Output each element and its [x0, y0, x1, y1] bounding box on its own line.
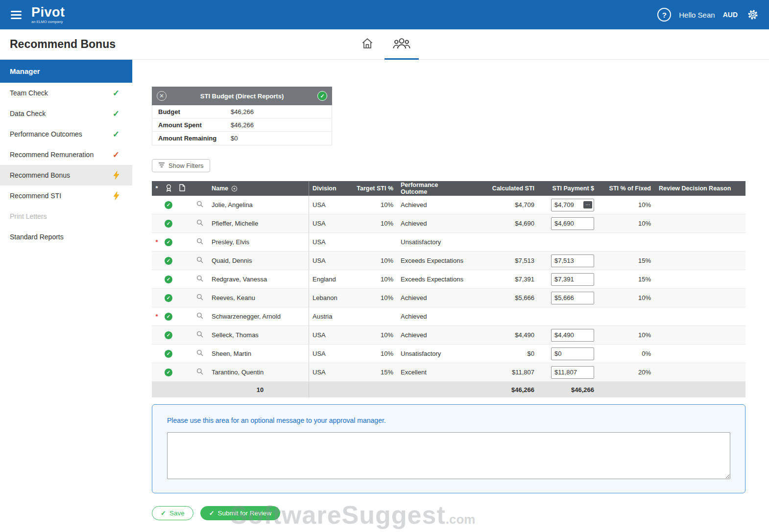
save-button[interactable]: ✓ Save: [152, 506, 193, 520]
search-icon[interactable]: [196, 312, 204, 321]
target-sti-cell: 15%: [356, 369, 396, 376]
target-sti-column-header[interactable]: Target STI %: [356, 185, 396, 192]
row-status-check-icon: ✓: [165, 257, 172, 265]
sti-pct-fixed-cell: 10%: [597, 201, 655, 208]
search-icon[interactable]: [196, 368, 204, 377]
approval-message-textarea[interactable]: [167, 432, 730, 479]
currency-selector[interactable]: AUD: [723, 11, 738, 19]
target-sti-cell: 10%: [356, 294, 396, 301]
performance-outcome-cell: Exceeds Expectations: [396, 257, 465, 264]
table-row: ✓ Selleck, Thomas USA 10% Achieved $4,49…: [152, 326, 745, 345]
page-header: Recommend Bonus: [0, 29, 769, 60]
brand-subtitle: an ELMO company: [31, 20, 65, 24]
sidebar-item-recommend-sti[interactable]: Recommend STI: [0, 185, 132, 206]
search-icon[interactable]: [196, 256, 204, 265]
document-column-header: [175, 184, 189, 193]
row-status-check-icon: ✓: [165, 238, 172, 246]
search-icon[interactable]: [196, 275, 204, 284]
target-sti-cell: 10%: [356, 201, 396, 208]
table-row: ✓ Sheen, Martin USA 10% Unsatisfactory $…: [152, 345, 745, 363]
close-icon[interactable]: ✕: [157, 91, 167, 101]
performance-outcome-cell: Unsatisfactory: [396, 350, 465, 357]
table-row: ✓ Pfieffer, Michelle USA 10% Achieved $4…: [152, 214, 745, 233]
row-status-check-icon: ✓: [165, 276, 172, 283]
sidebar-item-recommend-bonus[interactable]: Recommend Bonus: [0, 165, 132, 185]
row-status-check-icon: ✓: [165, 350, 172, 358]
user-greeting: Hello Sean: [679, 11, 715, 19]
target-sti-cell: 10%: [356, 276, 396, 283]
search-icon[interactable]: [196, 293, 204, 302]
tab-home[interactable]: [350, 29, 384, 60]
sti-pct-fixed-column-header[interactable]: STI % of Fixed: [597, 185, 655, 192]
sti-payment-input[interactable]: [551, 273, 594, 286]
sti-payment-input[interactable]: [551, 347, 594, 360]
row-status-check-icon: ✓: [165, 331, 172, 339]
sti-payment-input[interactable]: [551, 366, 594, 379]
row-status-check-icon: ✓: [165, 201, 172, 209]
employee-name: Redgrave, Vanessa: [211, 270, 309, 288]
bonus-table: *: [152, 181, 745, 397]
division-cell: England: [309, 276, 356, 283]
circle-filter-icon[interactable]: [231, 185, 238, 192]
performance-outcome-cell: Exceeds Expectations: [396, 276, 465, 283]
budget-row-value: $46,266: [231, 108, 254, 116]
sidebar-item-team-check[interactable]: Team Check ✓: [0, 83, 132, 103]
table-row: ✓ Tarantino, Quentin USA 15% Excellent $…: [152, 363, 745, 382]
search-icon[interactable]: [196, 219, 204, 228]
sidebar-item-label: Performance Outcomes: [10, 130, 82, 138]
main-content: ✕ STI Budget (Direct Reports) ✓ Budget $…: [132, 60, 769, 532]
sidebar-item-data-check[interactable]: Data Check ✓: [0, 103, 132, 124]
performance-outcome-cell: Achieved: [396, 201, 465, 208]
sti-payment-input[interactable]: [551, 254, 594, 267]
division-cell: USA: [309, 331, 356, 339]
tab-team[interactable]: [384, 29, 419, 60]
sti-payment-input[interactable]: [551, 329, 594, 342]
division-column-header[interactable]: Division: [309, 185, 356, 192]
show-filters-label: Show Filters: [168, 162, 204, 169]
sidebar-item-performance-outcomes[interactable]: Performance Outcomes ✓: [0, 124, 132, 144]
hamburger-menu-icon[interactable]: [9, 9, 24, 21]
review-decision-reason-column-header[interactable]: Review Decision Reason: [655, 185, 745, 192]
employee-name: Jolie, Angelina: [211, 196, 309, 214]
target-sti-cell: 10%: [356, 350, 396, 357]
performance-outcome-cell: Excellent: [396, 369, 465, 376]
ellipsis-button[interactable]: …: [583, 201, 592, 208]
table-footer-row: 10 $46,266 $46,266: [152, 382, 745, 397]
document-icon: [179, 184, 185, 193]
submit-for-review-button[interactable]: ✓ Submit for Review: [200, 506, 280, 520]
sidebar-item-label: Recommend STI: [10, 192, 61, 200]
budget-complete-check-icon: ✓: [317, 91, 327, 101]
division-cell: USA: [309, 201, 356, 208]
help-icon[interactable]: ?: [657, 8, 671, 22]
gear-icon[interactable]: [745, 7, 760, 22]
approval-message-panel: Please use this area for an optional mes…: [152, 404, 745, 493]
search-icon[interactable]: [196, 200, 204, 209]
sti-payment-column-header[interactable]: STI Payment $: [537, 185, 597, 192]
bolt-icon: [113, 171, 120, 180]
division-cell: Lebanon: [309, 294, 356, 301]
budget-row-value: $46,266: [231, 121, 254, 129]
sti-payment-input[interactable]: [551, 217, 594, 230]
row-status-check-icon: ✓: [165, 294, 172, 302]
sidebar-item-standard-reports[interactable]: Standard Reports: [0, 227, 132, 247]
performance-outcome-cell: Achieved: [396, 313, 465, 320]
search-icon[interactable]: [196, 349, 204, 358]
performance-outcome-cell: Achieved: [396, 294, 465, 301]
page-title: Recommend Bonus: [10, 38, 116, 51]
calculated-sti-cell: $7,513: [465, 257, 537, 264]
table-row: ✓ Reeves, Keanu Lebanon 10% Achieved $5,…: [152, 289, 745, 307]
budget-row-label: Amount Remaining: [158, 135, 231, 142]
sidebar-item-recommend-remuneration[interactable]: Recommend Remuneration ✓: [0, 144, 132, 165]
search-icon[interactable]: [196, 237, 204, 247]
employee-name: Quaid, Dennis: [211, 252, 309, 270]
employee-name: Pfieffer, Michelle: [211, 214, 309, 232]
performance-outcome-column-header[interactable]: Performance Outcome: [396, 182, 465, 195]
ribbon-icon: [166, 184, 172, 193]
show-filters-button[interactable]: Show Filters: [152, 159, 210, 172]
search-icon[interactable]: [196, 330, 204, 340]
name-column-header[interactable]: Name: [211, 181, 309, 196]
calculated-sti-column-header[interactable]: Calculated STI: [465, 185, 537, 192]
sti-pct-fixed-cell: 10%: [597, 294, 655, 301]
sti-payment-input[interactable]: [551, 292, 594, 304]
budget-row-label: Amount Spent: [158, 121, 231, 129]
